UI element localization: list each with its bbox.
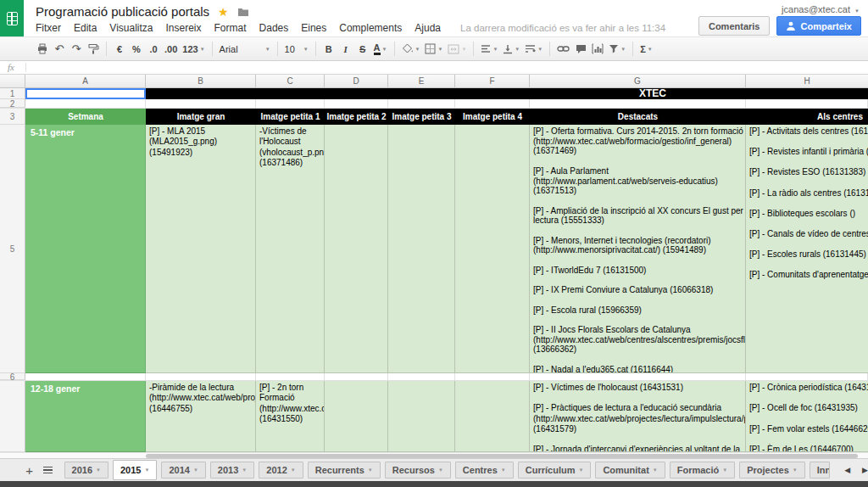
increase-decimals-button[interactable]: .00	[162, 41, 180, 58]
tab-dropdown-icon[interactable]: ▼	[193, 467, 198, 473]
cell-week-12-18-gener[interactable]: 12-18 gener	[25, 381, 146, 452]
column-header-a[interactable]: A	[25, 75, 146, 88]
tabs-scroll-left-icon[interactable]: ◀	[844, 466, 850, 474]
bold-button[interactable]: B	[320, 41, 337, 58]
selected-cell-a1[interactable]	[25, 88, 146, 99]
tab-dropdown-icon[interactable]: ▼	[96, 467, 101, 473]
menu-edita[interactable]: Edita	[74, 22, 97, 34]
tab-dropdown-icon[interactable]: ▼	[144, 467, 149, 473]
italic-button[interactable]: I	[337, 41, 354, 58]
column-header-e[interactable]: E	[388, 75, 455, 88]
header-cell-setmana[interactable]: Setmana	[25, 109, 146, 125]
all-sheets-button[interactable]	[42, 462, 53, 479]
sheet-tab-centres[interactable]: Centres▼	[455, 462, 514, 479]
column-header-d[interactable]: D	[325, 75, 388, 88]
sheet-tab-2013[interactable]: 2013▼	[210, 462, 254, 479]
format-currency-button[interactable]: €	[111, 41, 128, 58]
tab-dropdown-icon[interactable]: ▼	[578, 467, 583, 473]
tab-dropdown-icon[interactable]: ▼	[368, 467, 373, 473]
row-6[interactable]: 6	[0, 373, 868, 381]
sheet-tab-2012[interactable]: 2012▼	[259, 462, 303, 479]
menu-dades[interactable]: Dades	[259, 22, 289, 34]
insert-chart-button[interactable]	[589, 41, 606, 58]
cell-b7-imatge-gran[interactable]: -Piràmide de la lectura (http://www.xtec…	[146, 381, 256, 452]
sheet-tab-2014[interactable]: 2014▼	[161, 462, 205, 479]
menu-format[interactable]: Format	[214, 22, 247, 34]
banner-cell-xtec[interactable]: XTEC	[146, 88, 868, 99]
sheet-tab-comunitat[interactable]: Comunitat▼	[595, 462, 665, 479]
paint-format-button[interactable]	[85, 41, 102, 58]
borders-button[interactable]: ▼	[422, 41, 445, 58]
column-header-g[interactable]: G	[530, 75, 746, 88]
cell-f5-imatge-petita-4[interactable]	[455, 125, 530, 373]
vertical-align-button[interactable]: ▼	[500, 41, 522, 58]
format-percent-button[interactable]: %	[128, 41, 145, 58]
cell-week-5-11-gener[interactable]: 5-11 gener	[25, 125, 146, 373]
sheet-tab-recurrents[interactable]: Recurrents▼	[308, 462, 381, 479]
row-header-6[interactable]: 6	[0, 373, 25, 380]
cell-d7-imatge-petita-2[interactable]	[325, 381, 388, 452]
cell-c5-imatge-petita-1[interactable]: -Víctimes de l'Holocaust (vholocaust_p.p…	[256, 125, 325, 373]
sheet-tab-curriculum[interactable]: Currículum▼	[518, 462, 592, 479]
cell-d5-imatge-petita-2[interactable]	[325, 125, 388, 373]
document-title[interactable]: Programació publicació portals	[36, 4, 209, 19]
text-color-button[interactable]: A▼	[371, 41, 390, 58]
undo-button[interactable]: ↶	[51, 41, 68, 58]
merge-cells-button[interactable]: ▼	[445, 41, 469, 58]
cell-f7-imatge-petita-4[interactable]	[455, 381, 530, 452]
horizontal-scrollbar[interactable]	[0, 452, 868, 458]
row-2[interactable]: 2	[0, 99, 868, 109]
redo-button[interactable]: ↷	[68, 41, 85, 58]
menu-complements[interactable]: Complements	[339, 22, 402, 34]
add-sheet-button[interactable]: +	[24, 462, 35, 479]
column-header-f[interactable]: F	[455, 75, 530, 88]
cell-h5-als-centres[interactable]: [P] - Activitats dels centres (16126 [P]…	[746, 125, 868, 373]
row-header-3[interactable]: 3	[0, 109, 25, 125]
row-header-7[interactable]	[0, 381, 25, 452]
column-header-b[interactable]: B	[146, 75, 256, 88]
menu-fitxer[interactable]: Fitxer	[36, 22, 61, 34]
last-modified-text[interactable]: La darrera modificació es va fer ahir a …	[460, 23, 665, 33]
tabs-scroll-right-icon[interactable]: ▶	[862, 466, 868, 474]
cell-b5-imatge-gran[interactable]: [P] - MLA 2015 (MLA2015_g.png) (15491923…	[146, 125, 256, 373]
strikethrough-button[interactable]: S	[354, 41, 371, 58]
insert-link-button[interactable]	[554, 41, 572, 58]
share-button[interactable]: Comparteix	[776, 16, 861, 36]
row-header-2[interactable]: 2	[0, 99, 25, 108]
sheet-tab-2015[interactable]: 2015▼	[113, 460, 157, 480]
fill-color-button[interactable]: ▼	[399, 41, 423, 58]
row-header-1[interactable]: 1	[0, 88, 25, 99]
cell-e7-imatge-petita-3[interactable]	[388, 381, 455, 452]
font-size-select[interactable]: 10▼	[282, 41, 311, 58]
sheet-tab-recursos[interactable]: Recursos▼	[385, 462, 451, 479]
account-menu[interactable]: jcanas@xtec.cat ▼	[782, 4, 860, 14]
folder-icon[interactable]	[237, 7, 249, 17]
text-wrap-button[interactable]: ▼	[522, 41, 545, 58]
sheet-tab-projectes[interactable]: Projectes▼	[739, 462, 804, 479]
corner-select-all[interactable]	[0, 75, 25, 88]
font-family-select[interactable]: Arial▼	[217, 41, 273, 58]
menu-insereix[interactable]: Insereix	[166, 22, 202, 34]
column-header-h[interactable]: H	[746, 75, 868, 88]
tab-dropdown-icon[interactable]: ▼	[291, 467, 296, 473]
tab-dropdown-icon[interactable]: ▼	[501, 467, 506, 473]
insert-comment-button[interactable]	[572, 41, 589, 58]
sheet-tab-2016[interactable]: 2016▼	[64, 462, 108, 479]
cell-e5-imatge-petita-3[interactable]	[388, 125, 455, 373]
cell-c7-imatge-petita-1[interactable]: [P] - 2n torn Formació (http://www.xtec.…	[256, 381, 325, 452]
horizontal-align-button[interactable]: ▼	[478, 41, 500, 58]
functions-button[interactable]: Σ▼	[637, 41, 655, 58]
tab-dropdown-icon[interactable]: ▼	[242, 467, 247, 473]
tab-dropdown-icon[interactable]: ▼	[653, 467, 658, 473]
menu-eines[interactable]: Eines	[301, 22, 326, 34]
tab-dropdown-icon[interactable]: ▼	[793, 467, 798, 473]
cell-g7-destacats[interactable]: [P] - Víctimes de l'holocaust (16431531)…	[530, 381, 746, 452]
menu-ajuda[interactable]: Ajuda	[415, 22, 441, 34]
tab-dropdown-icon[interactable]: ▼	[438, 467, 443, 473]
print-button[interactable]	[34, 41, 51, 58]
menu-visualitza[interactable]: Visualitza	[109, 22, 153, 34]
sheets-logo-icon[interactable]	[0, 0, 24, 36]
formula-bar[interactable]: fx	[0, 61, 868, 75]
column-header-c[interactable]: C	[256, 75, 325, 88]
star-icon[interactable]: ★	[218, 6, 229, 18]
